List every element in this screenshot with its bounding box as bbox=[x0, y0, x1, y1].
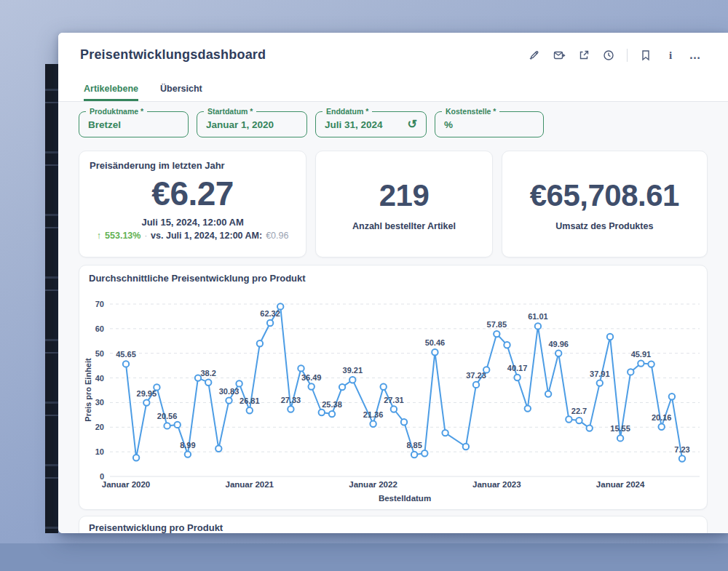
y-axis-label: Preis pro Einheit bbox=[84, 358, 92, 422]
x-axis-tick: Januar 2023 bbox=[472, 480, 521, 489]
kpi-caption: Umsatz des Produktes bbox=[555, 221, 653, 231]
data-point-label: 36.49 bbox=[301, 373, 322, 382]
data-point[interactable] bbox=[422, 450, 427, 456]
data-point[interactable] bbox=[123, 361, 129, 367]
data-point[interactable] bbox=[545, 391, 551, 396]
data-point[interactable] bbox=[329, 411, 335, 417]
tab-artikelebene[interactable]: Artikelebene bbox=[84, 81, 138, 101]
data-point[interactable] bbox=[205, 380, 211, 386]
data-point[interactable] bbox=[164, 423, 170, 428]
x-axis-tick: Januar 2022 bbox=[349, 480, 397, 489]
data-point[interactable] bbox=[277, 303, 283, 309]
data-point[interactable] bbox=[679, 455, 685, 461]
trend-percentage: 553.13% bbox=[105, 231, 141, 241]
data-point[interactable] bbox=[319, 410, 325, 415]
data-point[interactable] bbox=[576, 418, 582, 423]
y-axis-tick: 30 bbox=[95, 398, 104, 407]
y-axis-tick: 70 bbox=[95, 300, 104, 308]
tab-uebersicht[interactable]: Übersicht bbox=[160, 81, 202, 101]
data-point[interactable] bbox=[525, 405, 531, 411]
data-point[interactable] bbox=[638, 360, 644, 366]
data-point[interactable] bbox=[381, 384, 387, 390]
tab-bar: Artikelebene Übersicht bbox=[58, 81, 728, 102]
product-name-filter[interactable]: Produktname * Bretzel bbox=[79, 111, 189, 137]
data-point[interactable] bbox=[154, 384, 159, 390]
kpi-date: Juli 15, 2024, 12:00 AM bbox=[141, 217, 243, 228]
open-external-icon[interactable] bbox=[577, 49, 590, 62]
data-point[interactable] bbox=[432, 349, 438, 355]
reset-icon[interactable]: ↺ bbox=[408, 119, 417, 130]
data-point[interactable] bbox=[617, 435, 623, 441]
data-point-label: 62.32 bbox=[260, 309, 280, 318]
filter-bar: Produktname * Bretzel Startdatum * Janua… bbox=[79, 111, 708, 137]
data-point[interactable] bbox=[339, 384, 345, 390]
info-icon[interactable]: i bbox=[664, 49, 677, 62]
data-point[interactable] bbox=[659, 424, 665, 430]
bookmark-icon[interactable] bbox=[639, 49, 652, 62]
data-point[interactable] bbox=[215, 446, 221, 452]
data-point[interactable] bbox=[597, 380, 603, 386]
data-point[interactable] bbox=[504, 342, 510, 348]
data-point[interactable] bbox=[494, 331, 499, 337]
data-point[interactable] bbox=[370, 421, 376, 427]
data-point[interactable] bbox=[628, 369, 633, 375]
data-point[interactable] bbox=[566, 416, 571, 422]
data-point[interactable] bbox=[535, 323, 541, 329]
data-point[interactable] bbox=[669, 394, 675, 399]
data-point[interactable] bbox=[226, 397, 232, 403]
data-point[interactable] bbox=[587, 425, 593, 431]
price-trend-chart[interactable]: 010203040506070Januar 2020Januar 2021Jan… bbox=[79, 265, 707, 509]
end-date-filter[interactable]: Enddatum * Juli 31, 2024 ↺ bbox=[315, 111, 427, 137]
data-point[interactable] bbox=[442, 430, 448, 436]
data-point[interactable] bbox=[473, 382, 479, 388]
data-point[interactable] bbox=[391, 406, 397, 412]
edit-pencil-icon[interactable] bbox=[528, 49, 541, 62]
data-point[interactable] bbox=[463, 444, 469, 450]
data-point[interactable] bbox=[236, 380, 242, 386]
data-point-label: 29.95 bbox=[137, 389, 157, 398]
data-point-label: 22.7 bbox=[571, 407, 587, 415]
data-point[interactable] bbox=[267, 320, 273, 326]
kpi-title: Preisänderung im letzten Jahr bbox=[79, 151, 225, 171]
data-point[interactable] bbox=[185, 451, 191, 457]
data-point-label: 39.21 bbox=[343, 366, 363, 375]
data-point[interactable] bbox=[133, 455, 139, 460]
data-point-label: 57.85 bbox=[487, 320, 507, 329]
data-point-label: 8.85 bbox=[406, 441, 422, 450]
price-per-product-card: Preisentwicklung pro Produkt "Felder F"G… bbox=[79, 516, 708, 533]
filter-value: Juli 31, 2024 bbox=[325, 119, 383, 130]
data-point[interactable] bbox=[288, 406, 293, 412]
data-point[interactable] bbox=[175, 422, 181, 428]
data-point-label: 49.96 bbox=[548, 340, 569, 348]
start-date-filter[interactable]: Startdatum * Januar 1, 2020 bbox=[197, 111, 307, 137]
kpi-value: €65,708.61 bbox=[530, 180, 679, 211]
data-point[interactable] bbox=[309, 383, 314, 389]
cost-center-filter[interactable]: Kostenstelle * % bbox=[435, 111, 544, 137]
trend-old-value: €0.96 bbox=[266, 231, 288, 241]
kpi-card-revenue: €65,708.61 Umsatz des Produktes bbox=[502, 151, 708, 257]
data-point[interactable] bbox=[247, 407, 253, 413]
data-point[interactable] bbox=[401, 419, 407, 425]
data-point[interactable] bbox=[143, 399, 149, 405]
filter-label: Startdatum * bbox=[204, 107, 256, 116]
data-point[interactable] bbox=[607, 334, 613, 340]
data-point[interactable] bbox=[483, 367, 489, 372]
history-clock-icon[interactable] bbox=[602, 49, 615, 62]
data-point[interactable] bbox=[298, 365, 304, 371]
data-point[interactable] bbox=[648, 361, 654, 367]
kpi-row: Preisänderung im letzten Jahr €6.27 Juli… bbox=[79, 151, 708, 257]
page-title: Preisentwicklungsdashboard bbox=[80, 47, 266, 63]
data-point-label: 38.2 bbox=[200, 369, 215, 378]
data-point-label: 26.81 bbox=[240, 396, 260, 405]
data-point[interactable] bbox=[349, 377, 355, 383]
data-point[interactable] bbox=[514, 375, 520, 380]
kpi-caption: Anzahl bestellter Artikel bbox=[352, 221, 456, 231]
x-axis-tick: Januar 2020 bbox=[102, 480, 151, 489]
data-point[interactable] bbox=[411, 452, 417, 458]
data-point[interactable] bbox=[257, 340, 263, 346]
more-options-icon[interactable]: … bbox=[689, 49, 702, 62]
data-point-label: 27.31 bbox=[384, 396, 404, 404]
data-point[interactable] bbox=[555, 351, 561, 356]
x-axis-label: Bestelldatum bbox=[379, 494, 431, 503]
email-add-icon[interactable] bbox=[553, 49, 566, 62]
